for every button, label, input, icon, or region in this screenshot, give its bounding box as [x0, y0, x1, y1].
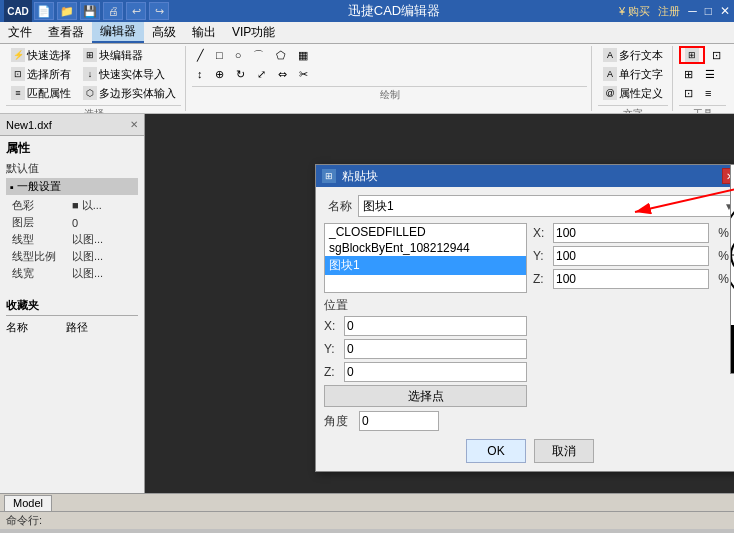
paste-block-btn[interactable]: ⊞ [679, 46, 705, 64]
register-button[interactable]: 注册 [658, 4, 680, 19]
dialog-icon: ⊞ [322, 169, 336, 183]
draw-row-1: ╱ □ ○ ⌒ ⬠ ▦ [192, 46, 587, 64]
select-all-btn[interactable]: ⊡ 选择所有 [6, 65, 76, 83]
z-coord-row: Z: [324, 362, 527, 382]
scale-x-row: X: % [533, 223, 734, 243]
menu-vip[interactable]: VIP功能 [224, 22, 283, 43]
menu-output[interactable]: 输出 [184, 22, 224, 43]
scale-y-input[interactable] [553, 246, 709, 266]
tool6-btn[interactable]: ≡ [700, 84, 716, 102]
bookmark-col-name: 名称 [6, 320, 66, 335]
multiline-text-btn[interactable]: A 多行文本 [598, 46, 668, 64]
x-coord-row: X: [324, 316, 527, 336]
save-file-icon[interactable]: 💾 [80, 2, 100, 20]
select-all-icon: ⊡ [11, 67, 25, 81]
close-button[interactable]: ✕ [720, 4, 730, 18]
z-input[interactable] [344, 362, 527, 382]
minimize-button[interactable]: ─ [688, 4, 697, 18]
text-row-3: @ 属性定义 [598, 84, 668, 102]
listbox-item-1[interactable]: _CLOSEDFILLED [325, 224, 526, 240]
poly-btn[interactable]: ⬠ [271, 46, 291, 64]
cancel-button[interactable]: 取消 [534, 439, 594, 463]
hatch-btn[interactable]: ▦ [293, 46, 313, 64]
bookmark-title: 收藏夹 [6, 298, 138, 316]
command-label: 命令行: [6, 513, 42, 528]
poly-input-icon: ⬡ [83, 86, 97, 100]
trim-btn[interactable]: ✂ [294, 65, 313, 83]
z-label: Z: [324, 365, 344, 379]
model-tab[interactable]: Model [4, 495, 52, 511]
copy-btn[interactable]: ⊕ [210, 65, 229, 83]
singleline-text-btn[interactable]: A 单行文字 [598, 65, 668, 83]
toolbar: ⚡ 快速选择 ⊞ 块编辑器 ⊡ 选择所有 ↓ 快速实体导入 ≡ 匹配属性 [0, 44, 734, 114]
tool4-btn[interactable]: ☰ [700, 65, 720, 83]
quick-select-btn[interactable]: ⚡ 快速选择 [6, 46, 76, 64]
match-attr-btn[interactable]: ≡ 匹配属性 [6, 84, 76, 102]
listbox-item-3[interactable]: 图块1 [325, 256, 526, 275]
draw-group: ╱ □ ○ ⌒ ⬠ ▦ ↕ ⊕ ↻ ⤢ ⇔ ✂ 绘制 [190, 46, 592, 111]
menu-advanced[interactable]: 高级 [144, 22, 184, 43]
color-label: 色彩 [12, 198, 72, 213]
block-listbox[interactable]: _CLOSEDFILLED sgBlockByEnt_108212944 图块1 [324, 223, 527, 293]
open-file-icon[interactable]: 📁 [57, 2, 77, 20]
file-tab-close[interactable]: ✕ [130, 119, 138, 130]
quick-select-icon: ⚡ [11, 48, 25, 62]
menu-bar: 文件 查看器 编辑器 高级 输出 VIP功能 [0, 22, 734, 44]
scale-z-input[interactable] [553, 269, 709, 289]
buy-button[interactable]: ¥ 购买 [619, 4, 650, 19]
menu-file[interactable]: 文件 [0, 22, 40, 43]
main-area: New1.dxf ✕ 属性 默认值 ▪ 一般设置 色彩 ■ 以... 图层 0 … [0, 114, 734, 493]
name-dropdown[interactable]: 图块1 [358, 195, 734, 217]
linescale-row: 线型比例 以图... [6, 248, 138, 265]
redo-icon[interactable]: ↪ [149, 2, 169, 20]
multiline-text-icon: A [603, 48, 617, 62]
layer-row: 图层 0 [6, 214, 138, 231]
print-icon[interactable]: 🖨 [103, 2, 123, 20]
y-coord-row: Y: [324, 339, 527, 359]
poly-input-btn[interactable]: ⬡ 多边形实体输入 [78, 84, 181, 102]
rotate-btn[interactable]: ↻ [231, 65, 250, 83]
menu-viewer[interactable]: 查看器 [40, 22, 92, 43]
circle-btn[interactable]: ○ [230, 46, 247, 64]
scale-btn[interactable]: ⤢ [252, 65, 271, 83]
move-btn[interactable]: ↕ [192, 65, 208, 83]
x-input[interactable] [344, 316, 527, 336]
singleline-text-icon: A [603, 67, 617, 81]
draw-row-2: ↕ ⊕ ↻ ⤢ ⇔ ✂ [192, 65, 587, 83]
drawing-area[interactable]: ⊞ 粘贴块 ✕ 名称 图块1 ▼ [145, 114, 734, 493]
tool3-btn[interactable]: ⊞ [679, 65, 698, 83]
rect-btn[interactable]: □ [211, 46, 228, 64]
mirror-btn[interactable]: ⇔ [273, 65, 292, 83]
angle-row: 角度 [324, 411, 734, 431]
undo-icon[interactable]: ↩ [126, 2, 146, 20]
left-panel: New1.dxf ✕ 属性 默认值 ▪ 一般设置 色彩 ■ 以... 图层 0 … [0, 114, 145, 493]
prop-title: 属性 [6, 140, 138, 157]
dialog-body: 名称 图块1 ▼ _CLOSEDFILLED [316, 187, 734, 471]
ok-button[interactable]: OK [466, 439, 526, 463]
tool2-btn[interactable]: ⊡ [707, 46, 726, 64]
line-btn[interactable]: ╱ [192, 46, 209, 64]
maximize-button[interactable]: □ [705, 4, 712, 18]
x-label: X: [324, 319, 344, 333]
select-row-2: ⊡ 选择所有 ↓ 快速实体导入 [6, 65, 181, 83]
angle-input[interactable] [359, 411, 439, 431]
position-label: 位置 [324, 297, 527, 314]
left-col: _CLOSEDFILLED sgBlockByEnt_108212944 图块1… [324, 223, 527, 407]
quick-import-icon: ↓ [83, 67, 97, 81]
arc-btn[interactable]: ⌒ [248, 46, 269, 64]
app-title: 迅捷CAD编辑器 [169, 2, 619, 20]
menu-editor[interactable]: 编辑器 [92, 22, 144, 43]
dialog-buttons: OK 取消 [324, 439, 734, 463]
new-file-icon[interactable]: 📄 [34, 2, 54, 20]
two-col-layout: _CLOSEDFILLED sgBlockByEnt_108212944 图块1… [324, 223, 734, 407]
listbox-item-2[interactable]: sgBlockByEnt_108212944 [325, 240, 526, 256]
scale-x-input[interactable] [553, 223, 709, 243]
block-editor-btn[interactable]: ⊞ 块编辑器 [78, 46, 148, 64]
select-point-btn[interactable]: 选择点 [324, 385, 527, 407]
layer-value: 0 [72, 217, 132, 229]
tool5-btn[interactable]: ⊡ [679, 84, 698, 102]
quick-import-btn[interactable]: ↓ 快速实体导入 [78, 65, 170, 83]
file-tab-name[interactable]: New1.dxf [6, 119, 52, 131]
attr-def-btn[interactable]: @ 属性定义 [598, 84, 668, 102]
y-input[interactable] [344, 339, 527, 359]
